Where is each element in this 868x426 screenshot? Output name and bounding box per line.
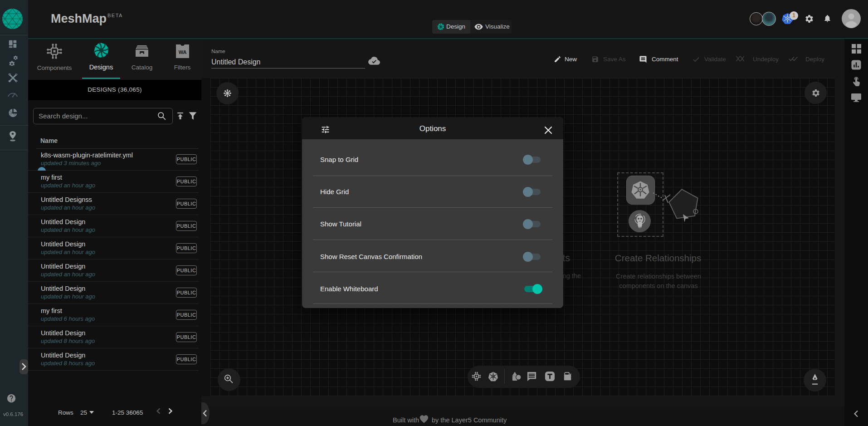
svg-text:WA: WA	[179, 49, 187, 55]
